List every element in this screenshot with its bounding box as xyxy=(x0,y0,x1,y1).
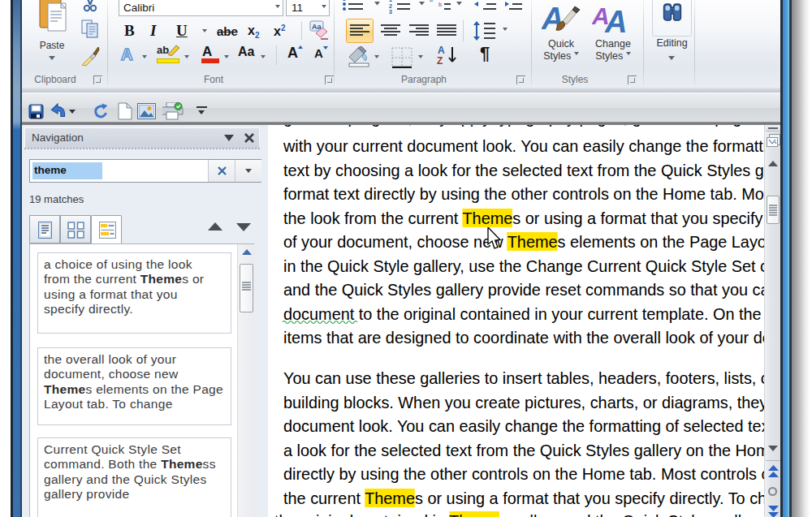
svg-text:a: a xyxy=(430,0,433,2)
svg-text:3: 3 xyxy=(389,9,392,15)
svg-text:A: A xyxy=(542,2,564,36)
svg-text:2: 2 xyxy=(389,3,392,9)
svg-text:b: b xyxy=(438,2,442,7)
svg-text:1: 1 xyxy=(389,0,392,2)
svg-text:A: A xyxy=(604,5,627,36)
